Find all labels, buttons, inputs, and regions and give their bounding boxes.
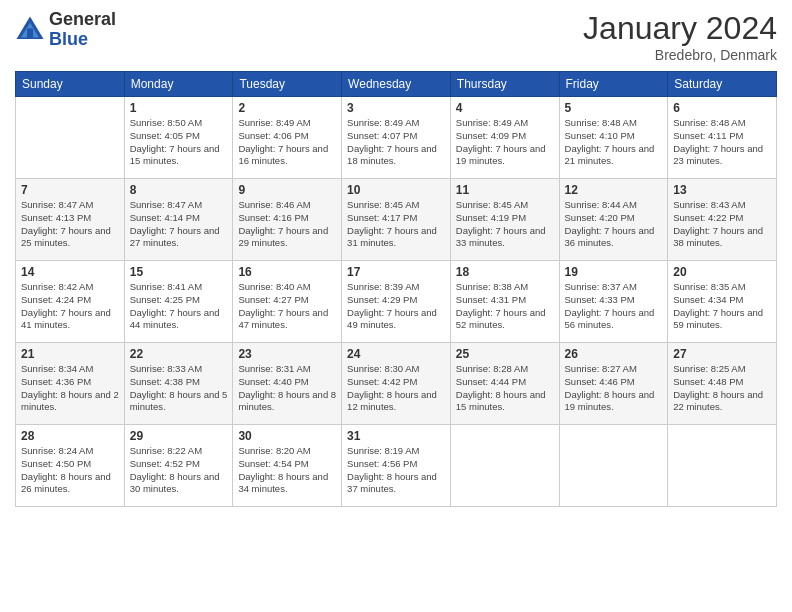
calendar-cell: 21Sunrise: 8:34 AM Sunset: 4:36 PM Dayli… — [16, 343, 125, 425]
day-info: Sunrise: 8:47 AM Sunset: 4:14 PM Dayligh… — [130, 199, 228, 250]
day-number: 5 — [565, 101, 663, 115]
day-number: 4 — [456, 101, 554, 115]
calendar-cell: 16Sunrise: 8:40 AM Sunset: 4:27 PM Dayli… — [233, 261, 342, 343]
calendar-cell: 14Sunrise: 8:42 AM Sunset: 4:24 PM Dayli… — [16, 261, 125, 343]
day-info: Sunrise: 8:44 AM Sunset: 4:20 PM Dayligh… — [565, 199, 663, 250]
col-thursday: Thursday — [450, 72, 559, 97]
logo: General Blue — [15, 10, 116, 50]
calendar-cell: 11Sunrise: 8:45 AM Sunset: 4:19 PM Dayli… — [450, 179, 559, 261]
day-number: 9 — [238, 183, 336, 197]
calendar-cell: 12Sunrise: 8:44 AM Sunset: 4:20 PM Dayli… — [559, 179, 668, 261]
day-number: 14 — [21, 265, 119, 279]
day-number: 19 — [565, 265, 663, 279]
day-number: 13 — [673, 183, 771, 197]
day-info: Sunrise: 8:43 AM Sunset: 4:22 PM Dayligh… — [673, 199, 771, 250]
calendar-week-row: 14Sunrise: 8:42 AM Sunset: 4:24 PM Dayli… — [16, 261, 777, 343]
title-block: January 2024 Bredebro, Denmark — [583, 10, 777, 63]
day-info: Sunrise: 8:25 AM Sunset: 4:48 PM Dayligh… — [673, 363, 771, 414]
calendar-cell: 27Sunrise: 8:25 AM Sunset: 4:48 PM Dayli… — [668, 343, 777, 425]
day-number: 12 — [565, 183, 663, 197]
day-number: 7 — [21, 183, 119, 197]
calendar-cell: 26Sunrise: 8:27 AM Sunset: 4:46 PM Dayli… — [559, 343, 668, 425]
calendar-cell — [668, 425, 777, 507]
svg-rect-2 — [27, 28, 33, 39]
col-friday: Friday — [559, 72, 668, 97]
calendar-cell: 4Sunrise: 8:49 AM Sunset: 4:09 PM Daylig… — [450, 97, 559, 179]
day-info: Sunrise: 8:49 AM Sunset: 4:07 PM Dayligh… — [347, 117, 445, 168]
day-info: Sunrise: 8:35 AM Sunset: 4:34 PM Dayligh… — [673, 281, 771, 332]
day-info: Sunrise: 8:40 AM Sunset: 4:27 PM Dayligh… — [238, 281, 336, 332]
calendar-cell: 3Sunrise: 8:49 AM Sunset: 4:07 PM Daylig… — [342, 97, 451, 179]
col-tuesday: Tuesday — [233, 72, 342, 97]
day-number: 28 — [21, 429, 119, 443]
calendar-cell — [16, 97, 125, 179]
day-number: 3 — [347, 101, 445, 115]
day-number: 27 — [673, 347, 771, 361]
day-info: Sunrise: 8:41 AM Sunset: 4:25 PM Dayligh… — [130, 281, 228, 332]
calendar-cell: 9Sunrise: 8:46 AM Sunset: 4:16 PM Daylig… — [233, 179, 342, 261]
calendar-cell: 20Sunrise: 8:35 AM Sunset: 4:34 PM Dayli… — [668, 261, 777, 343]
day-info: Sunrise: 8:33 AM Sunset: 4:38 PM Dayligh… — [130, 363, 228, 414]
calendar-cell: 31Sunrise: 8:19 AM Sunset: 4:56 PM Dayli… — [342, 425, 451, 507]
day-info: Sunrise: 8:50 AM Sunset: 4:05 PM Dayligh… — [130, 117, 228, 168]
calendar-cell: 1Sunrise: 8:50 AM Sunset: 4:05 PM Daylig… — [124, 97, 233, 179]
day-info: Sunrise: 8:31 AM Sunset: 4:40 PM Dayligh… — [238, 363, 336, 414]
calendar-cell: 7Sunrise: 8:47 AM Sunset: 4:13 PM Daylig… — [16, 179, 125, 261]
day-number: 6 — [673, 101, 771, 115]
day-number: 22 — [130, 347, 228, 361]
calendar-cell: 18Sunrise: 8:38 AM Sunset: 4:31 PM Dayli… — [450, 261, 559, 343]
day-number: 18 — [456, 265, 554, 279]
day-number: 30 — [238, 429, 336, 443]
day-info: Sunrise: 8:24 AM Sunset: 4:50 PM Dayligh… — [21, 445, 119, 496]
day-info: Sunrise: 8:37 AM Sunset: 4:33 PM Dayligh… — [565, 281, 663, 332]
day-number: 10 — [347, 183, 445, 197]
col-saturday: Saturday — [668, 72, 777, 97]
day-info: Sunrise: 8:38 AM Sunset: 4:31 PM Dayligh… — [456, 281, 554, 332]
day-number: 2 — [238, 101, 336, 115]
day-number: 29 — [130, 429, 228, 443]
calendar-header-row: Sunday Monday Tuesday Wednesday Thursday… — [16, 72, 777, 97]
day-number: 15 — [130, 265, 228, 279]
calendar-cell: 29Sunrise: 8:22 AM Sunset: 4:52 PM Dayli… — [124, 425, 233, 507]
day-number: 26 — [565, 347, 663, 361]
header: General Blue January 2024 Bredebro, Denm… — [15, 10, 777, 63]
day-info: Sunrise: 8:48 AM Sunset: 4:11 PM Dayligh… — [673, 117, 771, 168]
calendar-cell: 2Sunrise: 8:49 AM Sunset: 4:06 PM Daylig… — [233, 97, 342, 179]
calendar-cell: 24Sunrise: 8:30 AM Sunset: 4:42 PM Dayli… — [342, 343, 451, 425]
logo-text: General Blue — [49, 10, 116, 50]
day-info: Sunrise: 8:42 AM Sunset: 4:24 PM Dayligh… — [21, 281, 119, 332]
calendar-cell: 30Sunrise: 8:20 AM Sunset: 4:54 PM Dayli… — [233, 425, 342, 507]
day-number: 31 — [347, 429, 445, 443]
day-number: 8 — [130, 183, 228, 197]
calendar-cell: 6Sunrise: 8:48 AM Sunset: 4:11 PM Daylig… — [668, 97, 777, 179]
logo-general-text: General — [49, 10, 116, 30]
day-info: Sunrise: 8:45 AM Sunset: 4:17 PM Dayligh… — [347, 199, 445, 250]
calendar-cell — [450, 425, 559, 507]
day-number: 11 — [456, 183, 554, 197]
calendar-cell: 23Sunrise: 8:31 AM Sunset: 4:40 PM Dayli… — [233, 343, 342, 425]
calendar-cell — [559, 425, 668, 507]
day-info: Sunrise: 8:27 AM Sunset: 4:46 PM Dayligh… — [565, 363, 663, 414]
logo-blue-text: Blue — [49, 30, 116, 50]
calendar-week-row: 7Sunrise: 8:47 AM Sunset: 4:13 PM Daylig… — [16, 179, 777, 261]
page: General Blue January 2024 Bredebro, Denm… — [0, 0, 792, 612]
day-info: Sunrise: 8:20 AM Sunset: 4:54 PM Dayligh… — [238, 445, 336, 496]
day-info: Sunrise: 8:34 AM Sunset: 4:36 PM Dayligh… — [21, 363, 119, 414]
day-number: 23 — [238, 347, 336, 361]
calendar-cell: 17Sunrise: 8:39 AM Sunset: 4:29 PM Dayli… — [342, 261, 451, 343]
logo-icon — [15, 15, 45, 45]
calendar-table: Sunday Monday Tuesday Wednesday Thursday… — [15, 71, 777, 507]
calendar-cell: 13Sunrise: 8:43 AM Sunset: 4:22 PM Dayli… — [668, 179, 777, 261]
calendar-cell: 5Sunrise: 8:48 AM Sunset: 4:10 PM Daylig… — [559, 97, 668, 179]
calendar-cell: 8Sunrise: 8:47 AM Sunset: 4:14 PM Daylig… — [124, 179, 233, 261]
calendar-week-row: 1Sunrise: 8:50 AM Sunset: 4:05 PM Daylig… — [16, 97, 777, 179]
col-sunday: Sunday — [16, 72, 125, 97]
day-number: 21 — [21, 347, 119, 361]
day-number: 20 — [673, 265, 771, 279]
day-info: Sunrise: 8:46 AM Sunset: 4:16 PM Dayligh… — [238, 199, 336, 250]
calendar-cell: 10Sunrise: 8:45 AM Sunset: 4:17 PM Dayli… — [342, 179, 451, 261]
col-wednesday: Wednesday — [342, 72, 451, 97]
location: Bredebro, Denmark — [583, 47, 777, 63]
month-title: January 2024 — [583, 10, 777, 47]
day-info: Sunrise: 8:45 AM Sunset: 4:19 PM Dayligh… — [456, 199, 554, 250]
